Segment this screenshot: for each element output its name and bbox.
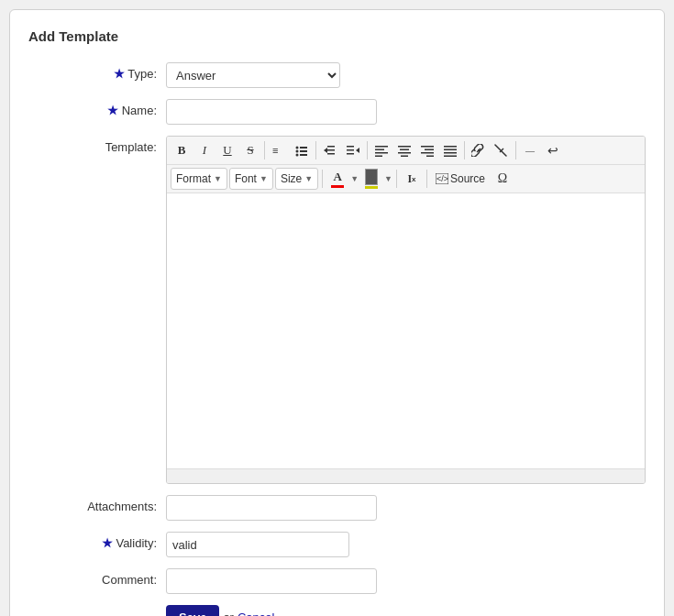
svg-rect-23 — [421, 146, 434, 148]
ordered-list-button[interactable]: ≡ — [268, 139, 290, 161]
validity-required-star: ★ — [102, 536, 116, 550]
bold-button[interactable]: B — [171, 139, 193, 161]
format-dropdown[interactable]: Format ▼ — [171, 168, 227, 190]
save-button[interactable]: Save — [166, 605, 219, 616]
font-color-indicator — [331, 185, 344, 188]
source-label: Source — [450, 172, 485, 185]
type-label: ★ Type: — [28, 62, 166, 81]
align-center-button[interactable] — [393, 139, 415, 161]
svg-rect-27 — [444, 146, 457, 148]
svg-rect-28 — [444, 149, 457, 151]
form-actions: Save or Cancel — [166, 605, 646, 616]
svg-marker-14 — [356, 148, 359, 153]
main-container: Add Template ★ Type: Answer ★ Name: Temp… — [9, 9, 665, 616]
svg-rect-19 — [398, 146, 411, 148]
special-char-button[interactable]: Ω — [492, 168, 514, 190]
svg-rect-4 — [300, 147, 307, 148]
attachments-input[interactable] — [166, 495, 377, 521]
bg-color-indicator — [365, 186, 378, 189]
strikethrough-button[interactable]: S — [239, 139, 261, 161]
size-label: Size — [281, 172, 302, 185]
svg-rect-29 — [444, 152, 457, 154]
unlink-button[interactable] — [491, 139, 513, 161]
comment-row: Comment: — [28, 568, 646, 594]
svg-rect-30 — [444, 156, 457, 158]
svg-point-2 — [296, 150, 299, 153]
bg-color-button[interactable]: A — [360, 168, 382, 190]
svg-rect-25 — [421, 152, 434, 154]
align-right-button[interactable] — [416, 139, 438, 161]
toolbar-row2: Format ▼ Font ▼ Size ▼ A ▼ — [167, 165, 645, 193]
toolbar-sep4 — [464, 141, 465, 160]
font-label: Font — [235, 172, 257, 185]
svg-rect-16 — [375, 149, 384, 151]
name-label: ★ Name: — [28, 99, 166, 117]
type-required-star: ★ — [114, 67, 128, 81]
outdent-button[interactable] — [319, 139, 341, 161]
comment-input[interactable] — [166, 568, 377, 594]
toolbar-sep1 — [264, 141, 265, 160]
template-editor-area[interactable] — [167, 193, 645, 468]
format-dropdown-arrow: ▼ — [214, 174, 222, 183]
svg-rect-11 — [347, 146, 354, 148]
validity-row: ★ Validity: — [28, 532, 646, 557]
align-left-button[interactable] — [370, 139, 392, 161]
svg-point-3 — [296, 154, 299, 157]
link-button[interactable] — [468, 139, 490, 161]
svg-rect-8 — [327, 149, 335, 151]
svg-rect-17 — [375, 152, 388, 154]
format-label: Format — [176, 172, 211, 185]
toolbar-sep6 — [322, 170, 323, 188]
underline-button[interactable]: U — [216, 139, 238, 161]
size-dropdown[interactable]: Size ▼ — [275, 168, 318, 190]
toolbar-sep8 — [426, 170, 427, 188]
svg-rect-6 — [300, 154, 307, 156]
svg-point-1 — [296, 147, 299, 149]
type-row: ★ Type: Answer — [28, 62, 646, 88]
svg-rect-24 — [425, 149, 434, 151]
validity-input[interactable] — [166, 532, 349, 557]
svg-rect-20 — [400, 149, 409, 151]
attachments-row: Attachments: — [28, 495, 646, 521]
svg-rect-18 — [375, 156, 382, 158]
cancel-button[interactable]: Cancel — [238, 610, 274, 616]
unordered-list-button[interactable] — [291, 139, 313, 161]
font-dropdown[interactable]: Font ▼ — [229, 168, 273, 190]
svg-rect-5 — [300, 150, 307, 152]
name-required-star: ★ — [107, 104, 122, 117]
name-row: ★ Name: — [28, 99, 646, 125]
hr-button[interactable]: — — [519, 139, 541, 161]
toolbar-sep5 — [515, 141, 516, 160]
template-row: Template: B I U S ≡ — [28, 136, 646, 484]
source-button[interactable]: </> Source — [431, 168, 490, 190]
font-color-button[interactable]: A — [326, 168, 348, 190]
toolbar-sep2 — [315, 141, 316, 160]
editor-scrollbar[interactable] — [167, 468, 645, 483]
bg-color-dropdown-arrow[interactable]: ▼ — [384, 174, 392, 183]
font-color-dropdown-arrow[interactable]: ▼ — [350, 174, 359, 183]
remove-format-button[interactable]: Ix — [401, 168, 423, 190]
or-text: or — [223, 610, 234, 616]
svg-rect-26 — [426, 156, 434, 158]
type-select[interactable]: Answer — [166, 62, 340, 88]
undo-button[interactable]: ↩ — [542, 139, 564, 161]
svg-text:</>: </> — [436, 174, 448, 183]
validity-label: ★ Validity: — [28, 532, 166, 550]
italic-button[interactable]: I — [193, 139, 215, 161]
svg-rect-9 — [327, 153, 335, 155]
justify-button[interactable] — [439, 139, 461, 161]
template-label: Template: — [28, 136, 166, 154]
font-dropdown-arrow: ▼ — [260, 174, 268, 183]
comment-label: Comment: — [28, 568, 166, 587]
svg-rect-7 — [327, 146, 335, 148]
name-input[interactable] — [166, 99, 377, 125]
toolbar-sep3 — [367, 141, 368, 160]
indent-button[interactable] — [342, 139, 364, 161]
toolbar-sep7 — [396, 170, 397, 188]
svg-rect-15 — [375, 146, 388, 148]
svg-rect-22 — [401, 156, 408, 158]
toolbar-row1: B I U S ≡ — [167, 137, 645, 165]
page-title: Add Template — [28, 28, 646, 44]
svg-rect-13 — [347, 153, 354, 155]
svg-rect-12 — [347, 149, 354, 151]
